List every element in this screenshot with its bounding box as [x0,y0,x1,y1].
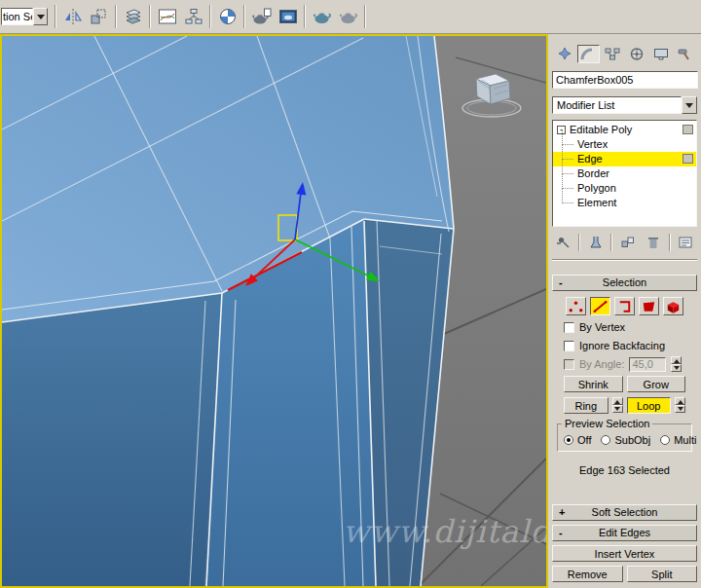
make-unique-button[interactable] [617,233,639,252]
stack-item-editable-poly[interactable]: - Editable Poly [553,123,696,137]
toolbar-separator [364,5,366,28]
selection-rollout-header[interactable]: - Selection [552,275,697,291]
ignore-backfacing-label: Ignore Backfacing [579,340,665,351]
edge-mode-button[interactable] [590,297,610,315]
tab-motion[interactable] [625,45,647,63]
stack-item-edge[interactable]: Edge [553,152,696,166]
render-iterative-button[interactable] [335,4,361,30]
hierarchy-icon [604,47,621,61]
show-end-result-icon [588,236,604,249]
chamferbox-object[interactable] [2,36,454,586]
curve-editor-icon [157,7,178,26]
command-panel-tabs [553,45,696,63]
stack-item-vertex[interactable]: Vertex [553,137,696,152]
by-angle-row: By Angle: 45,0 [564,357,697,371]
layer-manager-button[interactable] [120,4,146,30]
tab-modify[interactable] [577,45,600,63]
tab-display[interactable] [649,45,672,63]
modify-icon [579,47,597,61]
preview-selection-group: Preview Selection Off SubObj Multi [557,423,692,452]
tab-create[interactable] [553,45,575,63]
toolbar-separator [304,5,306,28]
insert-vertex-button[interactable]: Insert Vertex [552,545,697,562]
by-angle-label: By Angle: [579,358,624,370]
element-mode-button[interactable] [663,297,683,315]
ignore-backfacing-checkbox[interactable] [564,341,574,351]
toolbar-separator [243,5,245,28]
panel-divider [552,259,697,261]
tab-hierarchy[interactable] [602,45,624,63]
stack-item-polygon[interactable]: Polygon [553,181,696,196]
expand-indicator: + [559,505,565,520]
align-icon [89,7,110,26]
soft-selection-rollout-header[interactable]: + Soft Selection [552,504,697,521]
modifier-stack-list[interactable]: - Editable Poly Vertex Edge Border Polyg… [552,120,697,227]
material-editor-button[interactable] [214,4,240,30]
render-setup-button[interactable] [248,4,275,30]
rollout-title: Selection [603,276,646,288]
remove-modifier-icon [646,236,661,249]
shrink-button[interactable]: Shrink [564,376,623,392]
loop-spinner[interactable] [675,397,685,413]
preview-off-radio[interactable] [564,435,573,445]
align-button[interactable] [86,4,112,30]
toolbar-separator [149,5,151,28]
vertex-mode-button[interactable] [566,297,586,315]
shrink-grow-row: Shrink Grow [564,376,685,392]
pin-stack-button[interactable] [553,233,574,252]
rollout-title: Edit Edges [599,527,650,538]
combo-dropdown-arrow-icon[interactable] [33,8,48,25]
render-production-button[interactable] [309,4,335,30]
layer-manager-icon [123,7,144,26]
remove-button[interactable]: Remove [552,566,623,582]
schematic-view-button[interactable] [180,4,206,30]
preview-subobj-radio[interactable] [601,435,610,445]
object-name-field[interactable] [552,71,698,89]
rendered-frame-window-icon [277,7,299,26]
configure-modifier-sets-button[interactable] [675,233,696,252]
tab-utilities[interactable] [674,45,696,63]
loop-button[interactable]: Loop [627,397,672,414]
main-toolbar: tion Se [0,0,701,34]
rendered-frame-window-button[interactable] [275,4,301,30]
by-vertex-row: By Vertex [564,320,697,334]
stack-item-element[interactable]: Element [553,196,696,210]
perspective-viewport[interactable]: www.dijitalde [0,34,548,588]
modifier-list-dropdown[interactable]: Modifier List [552,96,697,114]
edit-edges-rollout-header[interactable]: - Edit Edges [552,525,697,541]
stack-item-label: Editable Poly [570,123,632,137]
stack-item-border[interactable]: Border [553,166,696,181]
by-angle-checkbox[interactable] [564,359,574,370]
viewport-scene[interactable] [2,36,546,586]
create-icon [556,47,573,61]
display-icon [652,47,670,61]
stack-item-label: Element [577,196,616,210]
border-mode-button[interactable] [614,297,635,315]
edge-mode-icon [591,299,609,314]
mirror-button[interactable] [59,4,86,30]
ring-spinner[interactable] [612,397,623,413]
remove-modifier-button[interactable] [643,233,664,252]
named-selection-set-combo[interactable]: tion Se [1,7,48,26]
polygon-mode-button[interactable] [639,297,659,315]
toolbar-separator [55,5,56,28]
element-mode-icon [664,299,683,314]
schematic-view-icon [183,7,204,26]
ring-button[interactable]: Ring [564,397,609,414]
stack-item-label: Polygon [577,181,616,196]
by-angle-spinner[interactable] [671,356,682,372]
grow-button[interactable]: Grow [627,376,686,392]
split-button[interactable]: Split [627,566,698,582]
make-unique-icon [620,236,636,249]
show-end-result-button[interactable] [585,233,607,252]
motion-icon [628,47,646,61]
ring-loop-row: Ring Loop [564,397,685,414]
by-vertex-checkbox[interactable] [564,322,574,333]
modifier-list-arrow-icon[interactable] [682,96,697,114]
curve-editor-button[interactable] [154,4,180,30]
command-panel: Modifier List - Editable Poly Vertex Edg… [548,34,701,588]
configure-modifier-sets-icon [678,236,693,249]
stack-item-label: Border [577,166,609,181]
preview-multi-radio[interactable] [660,435,670,445]
by-angle-field[interactable]: 45,0 [629,357,666,372]
